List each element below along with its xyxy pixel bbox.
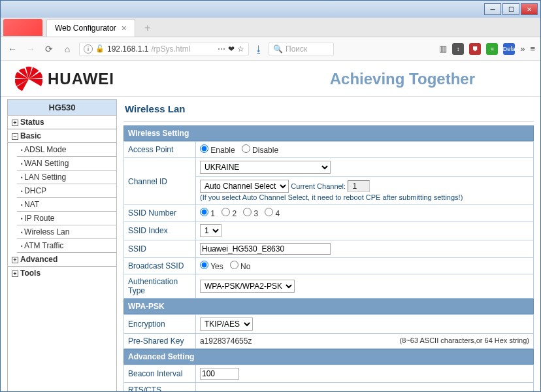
select-country[interactable]: UKRAINE bbox=[200, 161, 331, 174]
pocket-icon[interactable]: ❤ bbox=[228, 44, 235, 54]
overflow-icon[interactable]: » bbox=[520, 44, 525, 54]
window-titlebar: ─ ☐ ✕ bbox=[1, 1, 540, 18]
tab-close-icon[interactable]: × bbox=[122, 23, 127, 33]
sidebar-item-dhcp[interactable]: DHCP bbox=[17, 184, 116, 198]
input-ssid[interactable] bbox=[200, 243, 331, 255]
brand-header: HUAWEI Achieving Together bbox=[1, 61, 540, 97]
sidebar-cat-advanced[interactable]: +Advanced bbox=[8, 253, 116, 267]
extension-icon-defa[interactable]: Defa bbox=[503, 43, 515, 55]
forward-button[interactable]: → bbox=[24, 44, 37, 54]
label-beacon: Beacon Interval bbox=[124, 365, 196, 383]
site-info-icon[interactable]: i bbox=[84, 44, 93, 54]
close-button[interactable]: ✕ bbox=[521, 3, 538, 15]
value-psk: a1928374655z bbox=[200, 336, 252, 346]
search-bar[interactable]: 🔍 Поиск bbox=[269, 42, 334, 56]
sidebar-item-adsl-mode[interactable]: ADSL Mode bbox=[17, 143, 116, 157]
label-ssid: SSID bbox=[124, 240, 196, 258]
select-auth-type[interactable]: WPA-PSK/WPA2-PSK bbox=[200, 280, 295, 293]
downloads-icon[interactable]: ⭳ bbox=[254, 44, 263, 54]
select-encryption[interactable]: TKIP/AES bbox=[200, 318, 253, 331]
maximize-button[interactable]: ☐ bbox=[502, 3, 519, 15]
huawei-logo-icon bbox=[14, 66, 44, 92]
radio-ap-disable[interactable]: Disable bbox=[242, 146, 278, 155]
section-advanced-setting: Advanced Setting bbox=[123, 349, 534, 365]
insecure-icon: 🔓 bbox=[95, 44, 105, 53]
sidebar: HG530 +Status −Basic ADSL Mode WAN Setti… bbox=[7, 99, 117, 391]
sidebar-cat-basic[interactable]: −Basic bbox=[8, 129, 116, 143]
label-psk: Pre-Shared Key bbox=[124, 334, 196, 349]
section-wireless-setting: Wireless Setting bbox=[123, 125, 534, 141]
browser-tabbar: Web Configurator × + bbox=[1, 18, 540, 37]
sidebar-model: HG530 bbox=[8, 100, 116, 116]
search-placeholder: Поиск bbox=[286, 44, 307, 54]
label-current-channel: Current Channel: bbox=[291, 182, 346, 190]
main-content: Wireless Lan Wireless Setting Access Poi… bbox=[123, 99, 534, 391]
menu-icon[interactable]: ≡ bbox=[530, 44, 535, 54]
input-beacon[interactable] bbox=[200, 368, 239, 380]
address-bar[interactable]: i 🔓 192.168.1.1/rpSys.html ⋯ ❤ ☆ bbox=[79, 42, 249, 56]
new-tab-button[interactable]: + bbox=[139, 20, 156, 37]
label-access-point: Access Point bbox=[124, 142, 196, 158]
radio-ssidnum-1[interactable]: 1 bbox=[200, 209, 215, 218]
url-path: /rpSys.html bbox=[151, 44, 190, 54]
label-channel-id: Channel ID bbox=[124, 158, 196, 205]
radio-ap-enable[interactable]: Enable bbox=[200, 146, 235, 155]
home-button[interactable]: ⌂ bbox=[61, 44, 74, 54]
brand-slogan: Achieving Together bbox=[330, 70, 475, 88]
library-icon[interactable]: ▥ bbox=[439, 44, 447, 54]
tab-title: Web Configurator bbox=[55, 24, 116, 33]
sidebar-item-wan-setting[interactable]: WAN Setting bbox=[17, 157, 116, 171]
select-ssid-index[interactable]: 1 bbox=[200, 224, 221, 237]
sidebar-item-wireless-lan[interactable]: Wireless Lan bbox=[17, 225, 116, 239]
label-ssid-index: SSID Index bbox=[124, 221, 196, 240]
value-current-channel: 1 bbox=[348, 180, 370, 192]
select-channel-mode[interactable]: Auto Channel Select bbox=[200, 180, 289, 193]
url-host: 192.168.1.1 bbox=[107, 44, 148, 54]
reload-button[interactable]: ⟳ bbox=[42, 44, 56, 54]
page-title: Wireless Lan bbox=[123, 99, 534, 122]
extension-icon-ublock[interactable]: ⛊ bbox=[469, 43, 481, 55]
sidebar-item-nat[interactable]: NAT bbox=[17, 198, 116, 212]
label-ssid-number: SSID Number bbox=[124, 205, 196, 221]
back-button[interactable]: ← bbox=[6, 44, 19, 54]
radio-broadcast-yes[interactable]: Yes bbox=[200, 262, 223, 271]
search-icon: 🔍 bbox=[273, 44, 283, 54]
sidebar-cat-status[interactable]: +Status bbox=[8, 116, 116, 129]
sidebar-item-atm-traffic[interactable]: ATM Traffic bbox=[17, 239, 116, 253]
radio-ssidnum-2[interactable]: 2 bbox=[221, 209, 237, 218]
brand-name: HUAWEI bbox=[48, 70, 114, 88]
label-auth-type: Authentication Type bbox=[124, 274, 196, 299]
label-encryption: Encryption bbox=[124, 315, 196, 334]
bookmark-icon[interactable]: ☆ bbox=[237, 44, 244, 54]
extension-icon-3[interactable]: ≡ bbox=[486, 43, 498, 55]
psk-hint: (8~63 ASCII characters,or 64 Hex string) bbox=[400, 336, 529, 344]
sidebar-item-lan-setting[interactable]: LAN Setting bbox=[17, 171, 116, 184]
channel-hint: (If you select Auto Channel Select, it n… bbox=[200, 193, 463, 201]
radio-ssidnum-3[interactable]: 3 bbox=[243, 209, 258, 218]
browser-toolbar: ← → ⟳ ⌂ i 🔓 192.168.1.1/rpSys.html ⋯ ❤ ☆… bbox=[1, 37, 540, 61]
sidebar-item-ip-route[interactable]: IP Route bbox=[17, 212, 116, 225]
section-wpa-psk: WPA-PSK bbox=[123, 299, 534, 314]
label-broadcast-ssid: Broadcast SSID bbox=[124, 258, 196, 274]
sidebar-cat-tools[interactable]: +Tools bbox=[8, 267, 116, 280]
radio-ssidnum-4[interactable]: 4 bbox=[265, 209, 280, 218]
radio-broadcast-no[interactable]: No bbox=[230, 262, 251, 271]
minimize-button[interactable]: ─ bbox=[484, 3, 501, 15]
browser-tab[interactable]: Web Configurator × bbox=[46, 19, 135, 37]
label-rtscts: RTS/CTS bbox=[124, 383, 196, 392]
extension-icon-1[interactable]: ↕ bbox=[452, 43, 464, 55]
